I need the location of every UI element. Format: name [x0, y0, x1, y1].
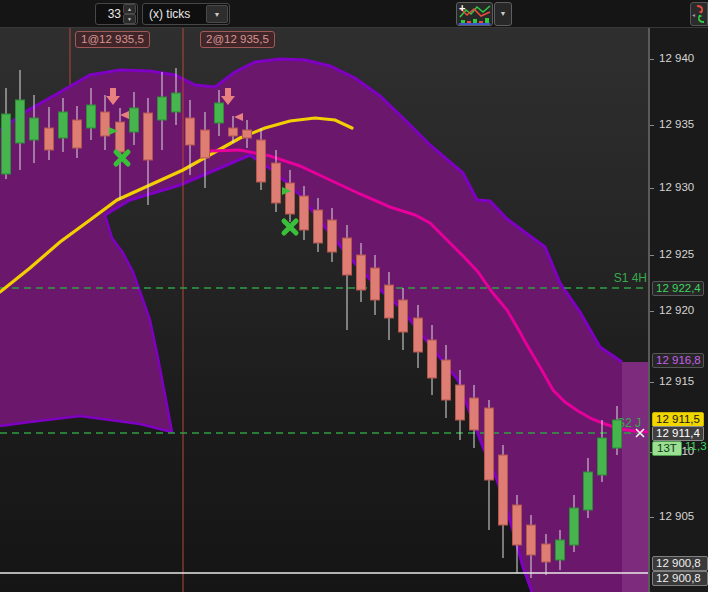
tick-mark [650, 382, 654, 383]
chart-svg: S1 4HS2 J [0, 28, 648, 592]
candle-body-13 [186, 118, 195, 145]
order-2-label[interactable]: 2@12 935,5 [200, 31, 275, 48]
spinner-up-button[interactable]: ▲ [123, 4, 136, 14]
candle-body-10 [144, 113, 153, 160]
candle-body-23 [328, 220, 337, 252]
candle-body-42 [598, 438, 607, 475]
tick-mark [650, 517, 654, 518]
axis-value-label-violet-1: 12 916,8 [652, 353, 704, 368]
axis-value-label-frag-green-4: 11,3 [682, 440, 708, 455]
candle-body-24 [343, 238, 352, 275]
candle-body-4 [59, 112, 68, 138]
mini-chart-icon: + [457, 3, 492, 25]
toolbar: 33 ▲ ▼ (x) ticks ▼ + ▼ ◂ [0, 0, 708, 28]
order-1-label[interactable]: 1@12 935,5 [75, 31, 150, 48]
candle-body-18 [257, 140, 266, 182]
candle-body-34 [485, 408, 494, 480]
svg-text:+: + [459, 3, 465, 14]
candle-body-15 [215, 103, 224, 123]
tick-mark [650, 255, 654, 256]
tick-count-input[interactable]: 33 ▲ ▼ [95, 3, 138, 25]
candle-body-6 [87, 105, 96, 128]
tick-label: 12 935 [659, 118, 694, 130]
timeframe-dropdown-arrow[interactable]: ▼ [206, 5, 228, 23]
price-axis[interactable]: 12 94012 93512 93012 92512 92012 91512 9… [648, 28, 708, 592]
candle-body-7 [101, 112, 110, 136]
candle-body-22 [314, 210, 323, 243]
tick-mark [650, 188, 654, 189]
candle-body-16 [229, 128, 238, 136]
candle-body-2 [30, 118, 39, 140]
candle-body-12 [172, 93, 181, 112]
collapse-panel-button[interactable]: ◂ [690, 2, 708, 26]
axis-value-label-low-6: 12 900,8 [652, 556, 708, 571]
tick-label: 12 925 [659, 248, 694, 260]
band-extension-area [622, 362, 648, 592]
candle-body-39 [556, 540, 565, 560]
close-x-marker-2 [284, 221, 296, 233]
candle-body-26 [371, 268, 380, 300]
candle-body-20 [286, 183, 295, 214]
tick-count-spinner: ▲ ▼ [123, 4, 136, 24]
candle-body-37 [527, 525, 536, 555]
tick-mark [650, 311, 654, 312]
candle-body-40 [570, 508, 579, 545]
tick-label: 12 920 [659, 304, 694, 316]
chart-canvas[interactable]: S1 4HS2 J 1@12 935,5 2@12 935,5 [0, 28, 648, 592]
candle-body-21 [300, 196, 309, 230]
candle-body-32 [456, 385, 465, 420]
trading-app-window: 33 ▲ ▼ (x) ticks ▼ + ▼ ◂ [0, 0, 708, 592]
candle-body-1 [16, 100, 25, 143]
axis-value-label-yellow-2: 12 911,5 [652, 412, 704, 427]
tick-label: 12 940 [659, 52, 694, 64]
timeframe-dropdown[interactable]: (x) ticks ▼ [142, 3, 230, 25]
candle-body-31 [442, 360, 451, 400]
candle-body-30 [428, 340, 437, 378]
axis-value-label-price-3: 12 911,4 [652, 426, 704, 441]
candle-body-28 [399, 300, 408, 332]
support-level-label-1: S1 4H [614, 271, 647, 285]
candle-body-17 [243, 130, 252, 138]
axis-value-label-low-7: 12 900,8 [652, 571, 708, 586]
candle-body-27 [385, 285, 394, 318]
candle-body-14 [201, 130, 210, 158]
candle-body-25 [357, 255, 366, 290]
candle-body-0 [2, 114, 11, 174]
candle-body-29 [414, 318, 423, 352]
spinner-down-button[interactable]: ▼ [123, 14, 136, 24]
tick-label: 12 915 [659, 375, 694, 387]
tick-count-value[interactable]: 33 [96, 7, 123, 21]
candle-body-36 [513, 505, 522, 545]
candle-body-19 [272, 163, 281, 203]
axis-value-label-badge-5: 13T [652, 441, 682, 456]
timeframe-selected-value: (x) ticks [143, 7, 206, 21]
candle-body-41 [584, 472, 593, 510]
tick-label: 12 930 [659, 181, 694, 193]
tick-mark [650, 125, 654, 126]
axis-value-label-green-0: 12 922,4 [652, 281, 704, 296]
candle-body-3 [45, 128, 54, 150]
candle-body-5 [73, 120, 82, 148]
candle-body-33 [470, 398, 479, 430]
candle-body-9 [130, 108, 139, 132]
tick-label: 12 905 [659, 510, 694, 522]
candle-body-8 [116, 122, 125, 152]
candle-body-38 [542, 544, 551, 562]
candle-body-35 [499, 455, 508, 525]
buy-sell-arrows-icon [695, 4, 706, 24]
bollinger-band-area [0, 59, 622, 592]
add-indicator-button[interactable]: + [456, 2, 493, 26]
tick-mark [650, 59, 654, 60]
indicator-dropdown-arrow[interactable]: ▼ [494, 2, 512, 26]
candle-body-11 [158, 97, 167, 120]
candle-body-43 [613, 420, 622, 448]
